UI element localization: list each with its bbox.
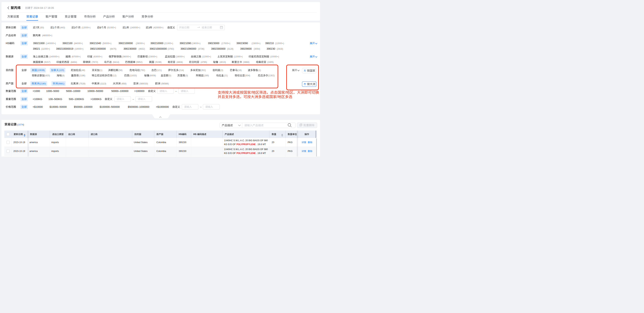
svg-text:PKG: PKG <box>288 150 292 152</box>
svg-text:. 19.6 MT: . 19.6 MT <box>256 143 266 146</box>
svg-text:(2160): (2160) <box>40 82 46 85</box>
svg-text:(121): (121) <box>156 69 162 71</box>
svg-text:(8): (8) <box>62 74 64 77</box>
svg-text:390230: 390230 <box>179 141 186 144</box>
svg-text:(12000+): (12000+) <box>82 26 90 29</box>
svg-text:(16): (16) <box>238 69 242 71</box>
svg-text:(10039): (10039) <box>37 69 45 71</box>
svg-text:(1): (1) <box>100 69 102 71</box>
svg-text:(4632): (4632) <box>138 48 145 50</box>
svg-text:(4013): (4013) <box>220 61 226 63</box>
svg-text:5000–10000: 5000–10000 <box>66 90 80 92</box>
svg-text:(3668): (3668) <box>243 61 250 63</box>
svg-text:(15000+): (15000+) <box>252 42 260 45</box>
svg-text:(2186): (2186) <box>79 74 86 77</box>
svg-text:(16000+): (16000+) <box>176 55 184 58</box>
svg-text:(420): (420) <box>45 74 50 77</box>
svg-text:(352): (352) <box>201 69 206 71</box>
svg-text:(12000+): (12000+) <box>275 42 284 45</box>
svg-text:/: / <box>251 90 252 94</box>
svg-text:(460000+): (460000+) <box>42 34 52 37</box>
svg-text:(658): (658) <box>121 82 126 85</box>
svg-text:>$1000000: >$1000000 <box>156 105 169 108</box>
svg-text:3: 3 <box>148 26 150 29</box>
svg-text:20: 20 <box>272 150 274 152</box>
svg-text:. 19.6 MT: . 19.6 MT <box>256 152 266 154</box>
svg-text:3: 3 <box>74 26 76 29</box>
svg-text:39029000: 39029000 <box>240 47 252 50</box>
svg-text:390230000: 390230000 <box>124 47 136 50</box>
svg-text:2024-04-17 18:35: 2024-04-17 18:35 <box>34 6 54 9</box>
svg-text:39021: 39021 <box>33 47 40 50</box>
svg-text:(289): (289) <box>204 74 209 77</box>
svg-text:(4765): (4765) <box>200 61 207 63</box>
svg-text:(21): (21) <box>224 74 228 77</box>
svg-text:(504): (504) <box>245 74 250 77</box>
svg-text:(26000+): (26000+) <box>136 42 144 45</box>
svg-text:(9881): (9881) <box>58 82 64 85</box>
svg-text:39021040: 39021040 <box>90 42 101 45</box>
svg-text:39023090: 39023090 <box>236 42 248 45</box>
svg-text:(63000+): (63000+) <box>93 55 102 58</box>
svg-text:): ) <box>23 123 24 126</box>
svg-text:10000–50000: 10000–50000 <box>88 90 103 92</box>
svg-text:39021090000: 39021090000 <box>180 47 196 50</box>
svg-text:(8464): (8464) <box>71 61 77 63</box>
svg-text:(84000+): (84000+) <box>74 42 82 45</box>
svg-text:500–1000KG: 500–1000KG <box>69 98 84 101</box>
svg-text:(6475): (6475) <box>110 48 116 50</box>
svg-text:390210000: 390210000 <box>150 42 164 45</box>
svg-text:(11633): (11633) <box>130 74 137 77</box>
svg-text:3902100000: 3902100000 <box>118 42 133 45</box>
svg-text:(6414): (6414) <box>113 61 119 63</box>
svg-text:(6008): (6008) <box>150 74 156 77</box>
svg-text:POLYPROPYLENE: POLYPROPYLENE <box>236 143 256 146</box>
svg-text:1074: 1074 <box>18 123 23 126</box>
svg-text:<100KG: <100KG <box>33 98 42 101</box>
svg-text:–: – <box>200 105 202 108</box>
svg-text:(56): (56) <box>118 69 122 71</box>
svg-text:(140000+): (140000+) <box>130 26 140 29</box>
svg-text:(10000+): (10000+) <box>270 55 279 58</box>
svg-text:(12000+): (12000+) <box>234 55 242 58</box>
svg-text:(17000+): (17000+) <box>221 42 230 45</box>
svg-text:HS: HS <box>179 133 182 136</box>
svg-text:1X40HC S.W.L.A.C. 20 BIG BAGS: 1X40HC S.W.L.A.C. 20 BIG BAGS OF 980 <box>224 139 268 142</box>
svg-text:$500000–1000000: $500000–1000000 <box>128 105 150 108</box>
svg-text:2023-10-19: 2023-10-19 <box>14 141 25 144</box>
svg-text:100–500KG: 100–500KG <box>48 98 62 101</box>
svg-text:Colombia: Colombia <box>156 150 166 152</box>
svg-text:(4804): (4804) <box>176 61 183 63</box>
svg-text:(2405): (2405) <box>267 61 274 63</box>
svg-text:(214): (214) <box>179 69 184 71</box>
svg-text:(36000+): (36000+) <box>122 55 131 58</box>
svg-text:United States: United States <box>134 150 148 152</box>
svg-text:(1113): (1113) <box>100 82 106 85</box>
svg-text:(12): (12) <box>112 74 116 77</box>
svg-text:imports: imports <box>51 150 59 152</box>
svg-text:imports: imports <box>51 141 59 144</box>
svg-text:/: / <box>276 95 278 99</box>
svg-text:(51000+): (51000+) <box>107 26 116 29</box>
svg-text:50000–100000: 50000–100000 <box>111 90 128 92</box>
svg-text:POLYPROPYLENE: POLYPROPYLENE <box>236 152 256 154</box>
svg-text:1000–5000: 1000–5000 <box>46 90 59 92</box>
svg-text:(420000+): (420000+) <box>153 26 164 29</box>
svg-text:$50000–100000: $50000–100000 <box>74 105 92 108</box>
svg-text:(5): (5) <box>168 74 171 77</box>
svg-text:(792): (792) <box>140 69 145 71</box>
svg-text:(3128): (3128) <box>227 48 234 50</box>
svg-text:20: 20 <box>272 141 274 144</box>
svg-text:3902100: 3902100 <box>62 42 72 45</box>
svg-text:3902300000: 3902300000 <box>211 47 226 50</box>
svg-text:>100000: >100000 <box>134 90 144 92</box>
svg-text:(21000+): (21000+) <box>164 42 173 45</box>
svg-text:HS: HS <box>6 42 9 45</box>
svg-text:>1000KG: >1000KG <box>90 98 102 101</box>
svg-text:(140000+): (140000+) <box>46 42 56 45</box>
svg-text:$10000–50000: $10000–50000 <box>50 105 67 108</box>
svg-text:(23000+): (23000+) <box>148 55 157 58</box>
svg-text:(19000+): (19000+) <box>192 42 200 45</box>
svg-text:(120): (120) <box>59 69 64 71</box>
svg-text:(3): (3) <box>185 74 188 77</box>
